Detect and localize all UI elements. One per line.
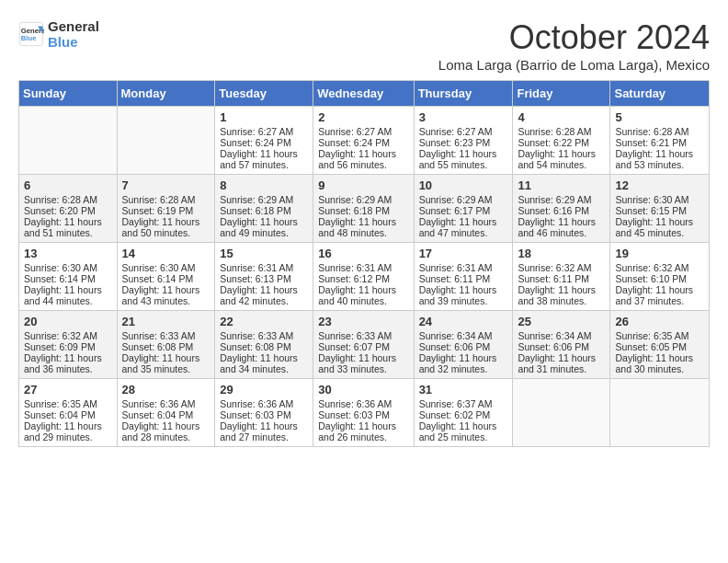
sunset-text: Sunset: 6:18 PM (318, 205, 390, 216)
calendar-cell: 10Sunrise: 6:29 AMSunset: 6:17 PMDayligh… (414, 175, 513, 243)
week-row-3: 13Sunrise: 6:30 AMSunset: 6:14 PMDayligh… (19, 243, 710, 311)
sunrise-text: Sunrise: 6:29 AM (318, 194, 392, 205)
calendar-cell: 18Sunrise: 6:32 AMSunset: 6:11 PMDayligh… (513, 243, 610, 311)
sunset-text: Sunset: 6:10 PM (615, 273, 687, 284)
daylight-text: Daylight: 11 hours and 55 minutes. (419, 148, 497, 170)
sunset-text: Sunset: 6:09 PM (24, 341, 96, 352)
calendar-cell: 13Sunrise: 6:30 AMSunset: 6:14 PMDayligh… (19, 243, 118, 311)
sunrise-text: Sunrise: 6:33 AM (122, 330, 196, 341)
sunrise-text: Sunrise: 6:35 AM (24, 398, 97, 409)
sunset-text: Sunset: 6:22 PM (518, 137, 589, 148)
col-header-saturday: Saturday (610, 81, 710, 107)
sunrise-text: Sunrise: 6:28 AM (122, 194, 196, 205)
logo-general: General (48, 18, 99, 34)
calendar-cell: 3Sunrise: 6:27 AMSunset: 6:23 PMDaylight… (414, 107, 513, 175)
sunset-text: Sunset: 6:24 PM (318, 137, 390, 148)
col-header-sunday: Sunday (19, 81, 118, 107)
day-number: 11 (518, 178, 605, 192)
sunrise-text: Sunrise: 6:27 AM (318, 126, 392, 137)
daylight-text: Daylight: 11 hours and 43 minutes. (122, 284, 200, 306)
header-row: SundayMondayTuesdayWednesdayThursdayFrid… (19, 81, 710, 107)
daylight-text: Daylight: 11 hours and 47 minutes. (419, 216, 497, 238)
calendar-table: SundayMondayTuesdayWednesdayThursdayFrid… (18, 80, 710, 447)
sunrise-text: Sunrise: 6:32 AM (615, 262, 688, 273)
daylight-text: Daylight: 11 hours and 45 minutes. (615, 216, 693, 238)
sunset-text: Sunset: 6:19 PM (122, 205, 194, 216)
sunrise-text: Sunrise: 6:32 AM (518, 262, 591, 273)
sunrise-text: Sunrise: 6:30 AM (615, 194, 688, 205)
calendar-cell: 1Sunrise: 6:27 AMSunset: 6:24 PMDaylight… (215, 107, 313, 175)
sunrise-text: Sunrise: 6:33 AM (220, 330, 293, 341)
logo: General Blue General Blue (18, 18, 99, 50)
calendar-cell: 17Sunrise: 6:31 AMSunset: 6:11 PMDayligh… (414, 243, 513, 311)
calendar-cell: 26Sunrise: 6:35 AMSunset: 6:05 PMDayligh… (610, 311, 710, 379)
svg-text:Blue: Blue (21, 34, 37, 42)
calendar-cell: 15Sunrise: 6:31 AMSunset: 6:13 PMDayligh… (215, 243, 313, 311)
day-number: 21 (122, 315, 210, 328)
sunset-text: Sunset: 6:11 PM (419, 273, 491, 284)
sunrise-text: Sunrise: 6:37 AM (419, 398, 493, 409)
day-number: 6 (24, 178, 112, 192)
calendar-cell: 12Sunrise: 6:30 AMSunset: 6:15 PMDayligh… (610, 175, 710, 243)
calendar-cell: 7Sunrise: 6:28 AMSunset: 6:19 PMDaylight… (117, 175, 215, 243)
sunset-text: Sunset: 6:02 PM (419, 409, 491, 420)
day-number: 8 (220, 178, 308, 192)
calendar-cell: 8Sunrise: 6:29 AMSunset: 6:18 PMDaylight… (215, 175, 313, 243)
sunrise-text: Sunrise: 6:28 AM (615, 126, 688, 137)
title-block: October 2024 Loma Larga (Barrio de Loma … (438, 18, 710, 73)
sunrise-text: Sunrise: 6:28 AM (518, 126, 591, 137)
sunrise-text: Sunrise: 6:36 AM (318, 398, 392, 409)
sunset-text: Sunset: 6:04 PM (122, 409, 194, 420)
daylight-text: Daylight: 11 hours and 28 minutes. (122, 420, 200, 442)
location-subtitle: Loma Larga (Barrio de Loma Larga), Mexic… (438, 57, 710, 73)
day-number: 4 (518, 110, 605, 124)
sunset-text: Sunset: 6:23 PM (419, 137, 491, 148)
col-header-friday: Friday (513, 81, 610, 107)
calendar-cell: 6Sunrise: 6:28 AMSunset: 6:20 PMDaylight… (19, 175, 118, 243)
calendar-cell: 30Sunrise: 6:36 AMSunset: 6:03 PMDayligh… (313, 379, 414, 447)
sunset-text: Sunset: 6:11 PM (518, 273, 589, 284)
sunset-text: Sunset: 6:03 PM (318, 409, 390, 420)
calendar-cell (117, 107, 215, 175)
daylight-text: Daylight: 11 hours and 34 minutes. (220, 352, 298, 374)
col-header-monday: Monday (117, 81, 215, 107)
calendar-cell: 22Sunrise: 6:33 AMSunset: 6:08 PMDayligh… (215, 311, 313, 379)
daylight-text: Daylight: 11 hours and 38 minutes. (518, 284, 596, 306)
logo-blue: Blue (48, 34, 99, 50)
daylight-text: Daylight: 11 hours and 29 minutes. (24, 420, 102, 442)
day-number: 5 (615, 110, 704, 124)
daylight-text: Daylight: 11 hours and 42 minutes. (220, 284, 298, 306)
day-number: 23 (318, 315, 408, 328)
sunset-text: Sunset: 6:04 PM (24, 409, 96, 420)
calendar-cell: 14Sunrise: 6:30 AMSunset: 6:14 PMDayligh… (117, 243, 215, 311)
daylight-text: Daylight: 11 hours and 31 minutes. (518, 352, 596, 374)
calendar-cell: 4Sunrise: 6:28 AMSunset: 6:22 PMDaylight… (513, 107, 610, 175)
daylight-text: Daylight: 11 hours and 39 minutes. (419, 284, 497, 306)
day-number: 30 (318, 383, 408, 396)
daylight-text: Daylight: 11 hours and 46 minutes. (518, 216, 596, 238)
daylight-text: Daylight: 11 hours and 30 minutes. (615, 352, 693, 374)
sunset-text: Sunset: 6:21 PM (615, 137, 687, 148)
calendar-cell: 31Sunrise: 6:37 AMSunset: 6:02 PMDayligh… (414, 379, 513, 447)
calendar-cell (19, 107, 118, 175)
calendar-cell: 11Sunrise: 6:29 AMSunset: 6:16 PMDayligh… (513, 175, 610, 243)
sunrise-text: Sunrise: 6:34 AM (518, 330, 591, 341)
calendar-cell: 21Sunrise: 6:33 AMSunset: 6:08 PMDayligh… (117, 311, 215, 379)
sunrise-text: Sunrise: 6:27 AM (419, 126, 493, 137)
sunrise-text: Sunrise: 6:34 AM (419, 330, 493, 341)
day-number: 17 (419, 247, 508, 260)
calendar-cell: 28Sunrise: 6:36 AMSunset: 6:04 PMDayligh… (117, 379, 215, 447)
daylight-text: Daylight: 11 hours and 51 minutes. (24, 216, 102, 238)
sunrise-text: Sunrise: 6:31 AM (419, 262, 493, 273)
day-number: 14 (122, 247, 210, 260)
week-row-2: 6Sunrise: 6:28 AMSunset: 6:20 PMDaylight… (19, 175, 710, 243)
sunrise-text: Sunrise: 6:28 AM (24, 194, 97, 205)
daylight-text: Daylight: 11 hours and 50 minutes. (122, 216, 200, 238)
sunset-text: Sunset: 6:03 PM (220, 409, 291, 420)
sunset-text: Sunset: 6:24 PM (220, 137, 291, 148)
daylight-text: Daylight: 11 hours and 53 minutes. (615, 148, 693, 170)
daylight-text: Daylight: 11 hours and 36 minutes. (24, 352, 102, 374)
day-number: 31 (419, 383, 508, 396)
day-number: 2 (318, 110, 408, 124)
sunset-text: Sunset: 6:08 PM (220, 341, 291, 352)
